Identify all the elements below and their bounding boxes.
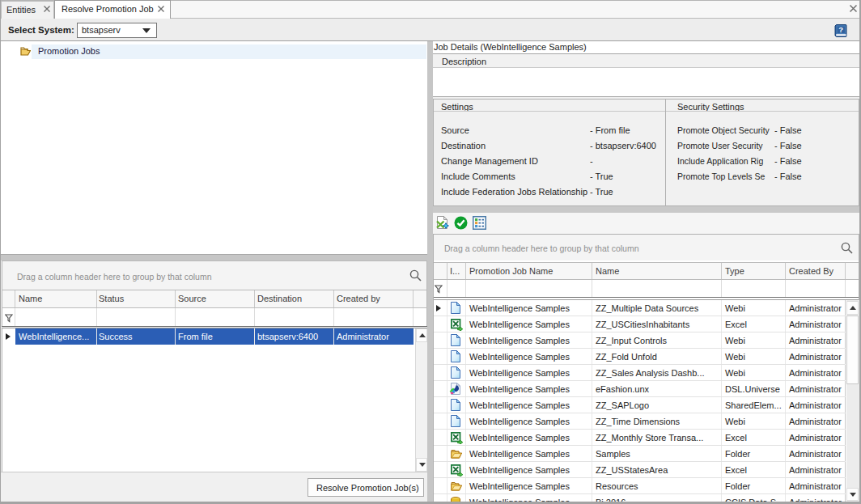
svg-text:?: ? — [838, 25, 843, 34]
